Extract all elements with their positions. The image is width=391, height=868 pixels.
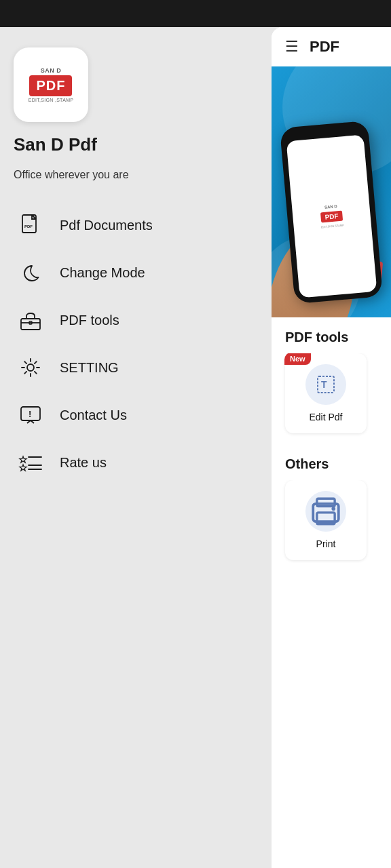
pdf-documents-label: Pdf Documents [60, 218, 153, 233]
pdf-doc-icon: PDF [16, 211, 45, 239]
svg-text:!: ! [29, 409, 31, 419]
print-card[interactable]: Print [285, 480, 367, 560]
pdf-tools-label: PDF tools [60, 313, 119, 328]
right-panel-title: PDF [310, 38, 339, 56]
edit-pdf-icon-circle: T [305, 364, 346, 405]
star-list-icon [16, 448, 45, 477]
phone-brand-text: SAN D [324, 204, 337, 210]
sidebar-item-contact-us[interactable]: ! Contact Us [14, 391, 258, 439]
hamburger-icon[interactable]: ☰ [285, 38, 299, 56]
edit-pdf-card[interactable]: New T Edit Pdf [285, 353, 367, 433]
sidebar-item-change-mode[interactable]: Change Mode [14, 249, 258, 296]
app-subtitle: Office wherever you are [14, 169, 258, 181]
phone-pdf-badge: PDF [320, 211, 343, 223]
status-bar [0, 0, 391, 27]
app-title: San D Pdf [14, 134, 258, 155]
phone-mockup: SAN D PDF EDIT,SIGN,STAMP [280, 121, 383, 304]
change-mode-label: Change Mode [60, 265, 145, 281]
right-panel: ☰ PDF SAN D PDF EDIT,SIGN,STAMP FREE [272, 27, 391, 868]
moon-icon [16, 258, 45, 287]
right-header: ☰ PDF [272, 27, 391, 66]
app-icon-inner: SAN D PDF EDIT,SIGN ,STAMP [29, 67, 74, 102]
sidebar-item-rate-us[interactable]: Rate us [14, 439, 258, 486]
contact-us-label: Contact Us [60, 408, 127, 423]
pdf-badge: PDF [29, 75, 72, 96]
sidebar-item-pdf-tools[interactable]: PDF tools [14, 296, 258, 344]
rate-us-label: Rate us [60, 455, 107, 471]
banner: SAN D PDF EDIT,SIGN,STAMP FREE [272, 66, 391, 317]
svg-point-5 [27, 364, 34, 371]
sidebar-item-setting[interactable]: SETTING [14, 344, 258, 391]
edit-pdf-label: Edit Pdf [309, 412, 342, 422]
text-edit-icon: T [315, 374, 337, 395]
message-icon: ! [16, 401, 45, 429]
toolbox-icon [16, 306, 45, 334]
svg-point-16 [331, 507, 335, 511]
print-icon-circle [305, 491, 346, 532]
app-icon-bottom-label: EDIT,SIGN ,STAMP [29, 98, 74, 102]
phone-screen: SAN D PDF EDIT,SIGN,STAMP [286, 134, 377, 298]
others-row: Print [272, 480, 391, 571]
pdf-tools-section-label: PDF tools [272, 317, 391, 353]
phone-sub-text: EDIT,SIGN,STAMP [321, 223, 344, 229]
app-icon: SAN D PDF EDIT,SIGN ,STAMP [14, 47, 88, 122]
pdf-tools-row: New T Edit Pdf [272, 353, 391, 444]
print-label: Print [316, 538, 336, 549]
sidebar-item-pdf-documents[interactable]: PDF Pdf Documents [14, 201, 258, 249]
setting-label: SETTING [60, 360, 119, 376]
svg-text:PDF: PDF [24, 224, 33, 229]
phone-container: SAN D PDF EDIT,SIGN,STAMP FREE [287, 97, 375, 300]
app-icon-top-label: SAN D [41, 67, 62, 74]
sidebar: SAN D PDF EDIT,SIGN ,STAMP San D Pdf Off… [0, 27, 272, 868]
print-icon [305, 491, 346, 532]
others-section-label: Others [272, 444, 391, 480]
svg-text:T: T [321, 379, 327, 390]
main-container: SAN D PDF EDIT,SIGN ,STAMP San D Pdf Off… [0, 27, 391, 868]
gear-icon [16, 353, 45, 382]
new-badge: New [284, 353, 311, 365]
